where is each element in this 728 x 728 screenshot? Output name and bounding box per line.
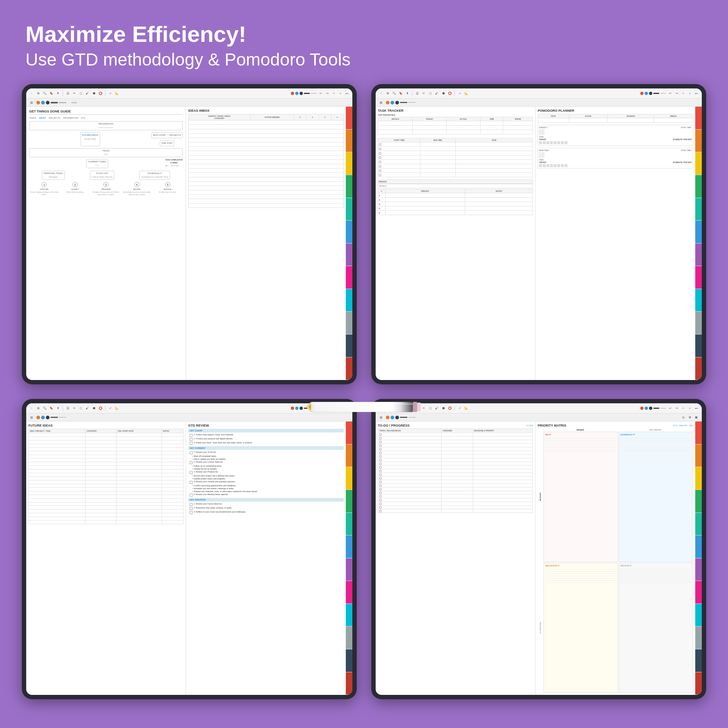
tab-gray-3[interactable] [346, 626, 352, 649]
undo-2[interactable]: ↩ [668, 91, 673, 96]
tab-pink-4[interactable] [695, 581, 702, 604]
color-o-2[interactable] [386, 101, 390, 104]
tab-green-2[interactable] [695, 175, 702, 198]
c-d-3[interactable] [46, 416, 49, 419]
color-dark-4[interactable] [300, 407, 303, 410]
tool-2-1[interactable]: ① [414, 91, 420, 96]
creat-cb-3[interactable] [190, 511, 193, 514]
line-thin-4[interactable] [660, 408, 666, 408]
tab-red-3[interactable] [346, 422, 352, 444]
tab-dark-3[interactable] [346, 649, 352, 672]
grid-icon[interactable]: ⊞ [36, 91, 41, 96]
marker-3[interactable]: ⬟ [91, 406, 96, 411]
tab-cyan-4[interactable] [695, 604, 702, 627]
lasso-4[interactable]: ⭕ [447, 406, 453, 411]
tab-teal-1[interactable] [346, 198, 352, 221]
color-dark-3[interactable] [649, 92, 652, 95]
tab-pink-1[interactable] [346, 266, 352, 289]
color-blue-5[interactable] [645, 407, 648, 410]
tab-gray-1[interactable] [346, 312, 352, 335]
search-icon-2[interactable]: 🔍 [392, 91, 397, 96]
bookmark-icon[interactable]: 🔖 [49, 91, 54, 96]
tab-blue-2[interactable] [695, 220, 702, 243]
close-icon[interactable]: × [338, 91, 343, 96]
lasso-icon[interactable]: ⭕ [98, 91, 103, 96]
c-o-3[interactable] [37, 416, 40, 419]
tab-purple-4[interactable] [695, 558, 702, 581]
brush-3[interactable]: 🖌 [85, 406, 90, 411]
line-4[interactable] [653, 408, 659, 409]
grid-icon-2[interactable]: ⊞ [385, 91, 390, 96]
brush-2[interactable]: 🖌 [434, 91, 439, 96]
line-thick-2[interactable] [653, 93, 659, 94]
tab-red-2[interactable] [695, 107, 702, 130]
tab-orange-2[interactable] [695, 130, 702, 153]
back-3[interactable]: ‹ [29, 406, 34, 411]
zoom-3[interactable]: ⊞ [29, 415, 34, 420]
more-2[interactable]: ••• [694, 91, 699, 96]
tab-purple-2[interactable] [695, 243, 702, 266]
tab-cyan-3[interactable] [346, 604, 352, 627]
tab-darkred-4[interactable] [695, 672, 702, 695]
tool-icon-1[interactable]: ① [65, 91, 70, 96]
tab-gray-2[interactable] [695, 312, 702, 335]
color-dark[interactable] [300, 92, 303, 95]
c-b-4[interactable] [391, 416, 394, 419]
color-blue[interactable] [295, 92, 298, 95]
eraser-3[interactable]: ◻ [78, 406, 83, 411]
share-3[interactable]: ⬆ [55, 406, 60, 411]
tab-orange-4[interactable] [695, 444, 702, 467]
eraser-icon[interactable]: ◻ [78, 91, 83, 96]
redo-2[interactable]: ↪ [674, 91, 679, 96]
tab-cyan-1[interactable] [346, 289, 352, 312]
tab-yellow-3[interactable] [346, 467, 352, 490]
tab-gray-4[interactable] [695, 626, 702, 649]
tab-red-4[interactable] [695, 422, 702, 444]
zoom-4[interactable]: ⊞ [379, 415, 384, 420]
back-icon-2[interactable]: ‹ [379, 91, 384, 96]
pen-3[interactable]: ✏ [72, 406, 77, 411]
bookmark-3[interactable]: 🔖 [49, 406, 54, 411]
nav-tasks[interactable]: TASKS [29, 117, 36, 119]
tab-blue-3[interactable] [346, 535, 352, 558]
search-icon[interactable]: 🔍 [42, 91, 47, 96]
ruler-3[interactable]: 📐 [114, 406, 119, 411]
more-icon[interactable]: ••• [344, 91, 349, 96]
color-red-4[interactable] [640, 407, 644, 410]
color-red-3[interactable] [291, 407, 294, 410]
icon-extra-1[interactable]: ◎ [681, 415, 686, 420]
back-icon[interactable]: ‹ [29, 91, 34, 96]
line-thin[interactable] [311, 93, 317, 93]
zoom-2[interactable]: ⊞ [379, 100, 384, 105]
c-b-3[interactable] [41, 416, 45, 419]
clear-cb-2[interactable] [190, 438, 193, 441]
tab-pink-3[interactable] [346, 581, 352, 604]
tool-3-1[interactable]: ① [65, 406, 70, 411]
nav-etc[interactable]: ETC. [81, 117, 86, 119]
color-dark2[interactable] [46, 101, 49, 104]
nav-information[interactable]: INFORMATION [63, 117, 79, 119]
tab-cyan-2[interactable] [695, 289, 702, 312]
creat-cb-2[interactable] [190, 507, 193, 510]
color-red[interactable] [291, 92, 294, 95]
curr-cb-14[interactable] [190, 494, 193, 497]
color-d-2[interactable] [395, 101, 399, 104]
tab-teal-2[interactable] [695, 198, 702, 221]
tab-orange-3[interactable] [346, 444, 352, 467]
share-icon[interactable]: ⬆ [55, 91, 60, 96]
pen-2[interactable]: ✏ [421, 91, 426, 96]
marker-2[interactable]: ⬟ [441, 91, 446, 96]
c-d-4[interactable] [395, 416, 399, 419]
curr-cb-7[interactable] [190, 471, 193, 474]
color-blue-4[interactable] [295, 407, 298, 410]
tab-teal-3[interactable] [346, 513, 352, 536]
tab-darkred-1[interactable] [346, 358, 352, 380]
search-3[interactable]: 🔍 [42, 406, 47, 411]
grid-3[interactable]: ⊞ [36, 406, 41, 411]
brush-icon[interactable]: 🖌 [85, 91, 90, 96]
tab-purple-3[interactable] [346, 558, 352, 581]
color-red-2[interactable] [640, 92, 644, 95]
move-4[interactable]: ⤢ [457, 406, 462, 411]
nav-projects[interactable]: PROJECTS [49, 117, 60, 119]
clear-cb-1[interactable] [190, 434, 193, 437]
